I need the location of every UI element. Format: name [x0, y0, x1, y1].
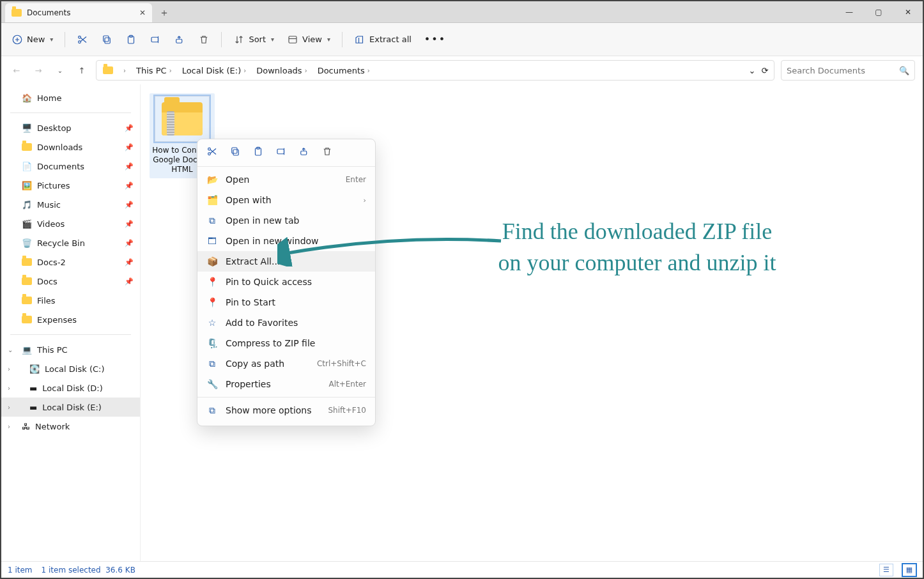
- copy-button[interactable]: [96, 28, 118, 51]
- pin-icon: 📍: [206, 276, 218, 288]
- ctx-paste-icon[interactable]: [252, 146, 264, 157]
- cut-button[interactable]: [72, 28, 93, 51]
- tree-item-network[interactable]: ›🖧Network: [1, 417, 140, 436]
- address-bar[interactable]: › This PC› Local Disk (E:)› Downloads› D…: [96, 60, 774, 81]
- rename-button[interactable]: [144, 28, 166, 51]
- ctx-share-icon[interactable]: [298, 146, 310, 157]
- tree-item-this-pc[interactable]: ⌄💻This PC: [1, 340, 140, 359]
- view-details-button[interactable]: ☰: [879, 564, 893, 576]
- svg-rect-8: [176, 39, 182, 43]
- close-tab-icon[interactable]: ✕: [139, 8, 146, 17]
- tree-item-drive-c[interactable]: ›💽Local Disk (C:): [1, 359, 140, 378]
- sidebar-label: Documents: [37, 162, 84, 171]
- window-close-button[interactable]: ✕: [893, 2, 923, 22]
- pc-icon: 💻: [22, 345, 32, 355]
- properties-icon: 🔧: [206, 378, 218, 390]
- paste-button[interactable]: [120, 28, 142, 51]
- sidebar-item-documents[interactable]: 📄Documents📌: [1, 157, 140, 176]
- breadcrumb-chevron[interactable]: ›: [118, 67, 131, 74]
- breadcrumb-segment[interactable]: Downloads›: [254, 66, 312, 75]
- sort-button[interactable]: Sort ▾: [228, 28, 279, 51]
- sidebar-item-docs-2[interactable]: Docs-2📌: [1, 252, 140, 272]
- ctx-copy-path[interactable]: ⧉Copy as pathCtrl+Shift+C: [197, 353, 375, 374]
- sidebar-item-videos[interactable]: 🎬Videos📌: [1, 214, 140, 233]
- ctx-delete-icon[interactable]: [321, 146, 333, 157]
- breadcrumb-segment[interactable]: Local Disk (E:)›: [180, 66, 252, 75]
- tree-item-drive-d[interactable]: ›▬Local Disk (D:): [1, 378, 140, 398]
- ctx-rename-icon[interactable]: [275, 146, 287, 157]
- extract-all-toolbar-button[interactable]: Extract all: [349, 28, 417, 51]
- new-tab-button[interactable]: ＋: [155, 3, 174, 22]
- ctx-show-more[interactable]: ⧉Show more optionsShift+F10: [197, 400, 375, 421]
- ctx-pin-start[interactable]: 📍Pin to Start: [197, 292, 375, 313]
- ctx-properties[interactable]: 🔧PropertiesAlt+Enter: [197, 374, 375, 394]
- zip-folder-icon: [155, 96, 210, 142]
- breadcrumb-segment[interactable]: Documents›: [315, 66, 375, 75]
- sidebar-label: Desktop: [37, 123, 72, 133]
- ctx-cut-icon[interactable]: [206, 146, 218, 157]
- sidebar-item-docs[interactable]: Docs📌: [1, 272, 140, 291]
- nav-recent-dropdown[interactable]: ⌄: [52, 67, 68, 74]
- network-icon: 🖧: [22, 422, 30, 431]
- sort-icon: [233, 34, 245, 45]
- ctx-compress[interactable]: 🗜️Compress to ZIP file: [197, 333, 375, 353]
- sidebar-item-downloads[interactable]: Downloads📌: [1, 137, 140, 157]
- zip-icon: 🗜️: [206, 337, 218, 349]
- sidebar-label: Music: [37, 200, 61, 210]
- svg-rect-16: [277, 149, 284, 154]
- ctx-copy-icon[interactable]: [229, 146, 241, 157]
- chevron-down-icon[interactable]: ⌄: [8, 346, 13, 353]
- chevron-right-icon[interactable]: ›: [8, 366, 10, 373]
- svg-rect-9: [289, 36, 296, 43]
- delete-button[interactable]: [193, 28, 215, 51]
- sidebar-item-expenses[interactable]: Expenses: [1, 310, 140, 329]
- sidebar-item-desktop[interactable]: 🖥️Desktop📌: [1, 118, 140, 137]
- chevron-right-icon[interactable]: ›: [8, 404, 10, 411]
- drive-icon: 💽: [29, 364, 40, 374]
- documents-icon: 📄: [22, 162, 32, 171]
- nav-forward-button[interactable]: →: [31, 66, 46, 75]
- tree-item-drive-e[interactable]: ›▬Local Disk (E:): [1, 398, 140, 417]
- sidebar-item-files[interactable]: Files: [1, 291, 140, 310]
- ctx-favorites[interactable]: ☆Add to Favorites: [197, 313, 375, 333]
- navigation-pane: 🏠 Home 🖥️Desktop📌 Downloads📌 📄Documents📌…: [1, 84, 141, 561]
- home-icon: 🏠: [22, 93, 32, 103]
- nav-up-button[interactable]: ↑: [74, 66, 89, 75]
- window-maximize-button[interactable]: ▢: [864, 2, 893, 22]
- folder-icon: [22, 316, 32, 323]
- ctx-open[interactable]: 📂OpenEnter: [197, 169, 375, 190]
- chevron-right-icon[interactable]: ›: [8, 423, 10, 430]
- ctx-open-with[interactable]: 🗂️Open with›: [197, 190, 375, 210]
- chevron-right-icon[interactable]: ›: [8, 385, 10, 392]
- svg-rect-12: [233, 150, 238, 155]
- breadcrumb-segment[interactable]: This PC›: [134, 66, 177, 75]
- window-minimize-button[interactable]: —: [835, 2, 864, 22]
- view-button[interactable]: View ▾: [282, 28, 335, 51]
- new-label: New: [27, 35, 45, 44]
- sidebar-item-pictures[interactable]: 🖼️Pictures📌: [1, 176, 140, 195]
- search-input[interactable]: [787, 66, 895, 75]
- search-box[interactable]: 🔍: [781, 60, 915, 81]
- sidebar-item-recyclebin[interactable]: 🗑️Recycle Bin📌: [1, 233, 140, 252]
- ctx-pin-quick-access[interactable]: 📍Pin to Quick access: [197, 272, 375, 292]
- sidebar-label: Home: [37, 93, 61, 103]
- pin-icon: 📌: [125, 124, 134, 132]
- folder-icon: [22, 277, 32, 285]
- nav-back-button[interactable]: ←: [9, 66, 24, 75]
- address-dropdown-icon[interactable]: ⌄: [747, 65, 757, 75]
- sidebar-label: Recycle Bin: [37, 238, 85, 248]
- view-icons-button[interactable]: ▦: [902, 564, 916, 576]
- share-button[interactable]: [169, 28, 190, 51]
- plus-circle-icon: [12, 34, 23, 45]
- new-button[interactable]: New ▾: [6, 28, 58, 51]
- tab-icon: ⧉: [206, 215, 218, 226]
- refresh-button[interactable]: [760, 65, 770, 75]
- pin-icon: 📌: [125, 220, 134, 228]
- folder-icon: [12, 9, 22, 17]
- more-button[interactable]: •••: [419, 28, 451, 51]
- sidebar-item-home[interactable]: 🏠 Home: [1, 88, 140, 107]
- sidebar-item-music[interactable]: 🎵Music📌: [1, 195, 140, 214]
- open-with-icon: 🗂️: [206, 194, 218, 206]
- pin-icon: 📌: [125, 201, 134, 209]
- window-tab[interactable]: Documents ✕: [5, 3, 152, 22]
